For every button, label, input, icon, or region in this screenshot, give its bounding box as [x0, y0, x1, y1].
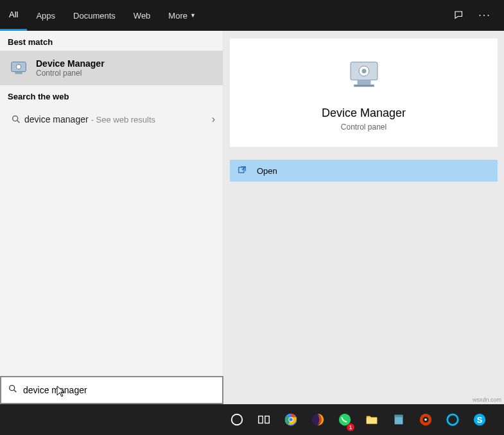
search-input[interactable]	[23, 385, 216, 395]
tab-more-label: More	[168, 11, 187, 21]
notification-badge: 1	[347, 423, 354, 431]
svg-point-11	[10, 386, 15, 391]
search-icon	[8, 114, 24, 124]
svg-rect-10	[239, 167, 244, 172]
taskbar: 1 S	[0, 404, 504, 435]
svg-point-27	[424, 418, 427, 421]
result-subtitle: Control panel	[36, 69, 105, 78]
cortana-icon[interactable]	[223, 404, 250, 435]
tab-more[interactable]: More ▼	[159, 0, 205, 31]
svg-rect-1	[15, 72, 22, 74]
search-icon	[8, 384, 18, 397]
tab-all[interactable]: All	[0, 0, 27, 31]
web-term: device manager	[24, 114, 89, 124]
svg-point-19	[289, 418, 293, 422]
svg-point-13	[232, 414, 243, 425]
notes-icon[interactable]	[385, 404, 412, 435]
svg-text:S: S	[477, 415, 483, 425]
web-result-row[interactable]: device manager - See web results ›	[0, 105, 223, 133]
device-manager-large-icon	[346, 56, 382, 95]
svg-line-12	[14, 390, 16, 392]
more-options-icon[interactable]: ···	[472, 0, 498, 31]
whatsapp-icon[interactable]: 1	[331, 404, 358, 435]
svg-rect-14	[259, 416, 263, 423]
task-view-icon[interactable]	[250, 404, 277, 435]
file-explorer-icon[interactable]	[358, 404, 385, 435]
search-web-header: Search the web	[0, 85, 223, 105]
svg-rect-22	[367, 418, 378, 423]
preview-card: Device Manager Control panel	[230, 38, 498, 147]
svg-rect-7	[354, 85, 374, 87]
preview-title: Device Manager	[322, 107, 406, 120]
skype-icon[interactable]: S	[466, 404, 493, 435]
best-match-header: Best match	[0, 31, 223, 51]
device-manager-icon	[8, 57, 30, 79]
open-label: Open	[257, 166, 277, 176]
tab-web[interactable]: Web	[125, 0, 160, 31]
svg-point-3	[13, 116, 18, 121]
svg-rect-24	[395, 415, 403, 418]
tab-apps[interactable]: Apps	[27, 0, 64, 31]
groove-icon[interactable]	[412, 404, 439, 435]
result-title: Device Manager	[36, 58, 105, 69]
preview-panel: Device Manager Control panel Open	[223, 31, 504, 404]
web-hint: - See web results	[91, 115, 155, 124]
svg-point-28	[448, 414, 458, 425]
open-action[interactable]: Open	[230, 160, 498, 182]
cortana-app-icon[interactable]	[439, 404, 466, 435]
chevron-right-icon: ›	[212, 114, 215, 125]
result-device-manager[interactable]: Device Manager Control panel	[0, 51, 223, 85]
preview-subtitle: Control panel	[341, 123, 387, 132]
svg-point-9	[361, 69, 366, 73]
svg-line-4	[17, 121, 19, 123]
feedback-icon[interactable]	[446, 0, 472, 31]
watermark: wsxdn.com	[473, 397, 501, 403]
svg-rect-15	[265, 416, 269, 423]
chrome-icon[interactable]	[277, 404, 304, 435]
search-box[interactable]	[0, 376, 223, 404]
open-icon	[238, 166, 250, 176]
firefox-icon[interactable]	[304, 404, 331, 435]
tab-documents[interactable]: Documents	[64, 0, 125, 31]
chevron-down-icon: ▼	[190, 12, 196, 19]
search-filter-tabs: All Apps Documents Web More ▼ ···	[0, 0, 504, 31]
results-panel: Best match Device Manager Control panel …	[0, 31, 223, 404]
svg-point-2	[16, 64, 21, 69]
svg-rect-6	[357, 80, 370, 85]
